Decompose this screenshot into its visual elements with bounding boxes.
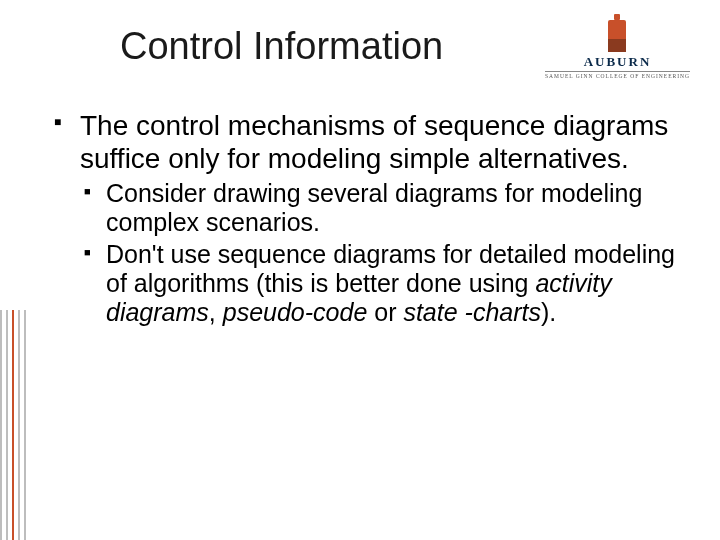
bullet-text: Consider drawing several diagrams for mo… <box>106 179 642 236</box>
slide: Control Information AUBURN SAMUEL GINN C… <box>0 0 720 540</box>
emphasis: state -charts <box>403 298 541 326</box>
list-item: Consider drawing several diagrams for mo… <box>80 179 680 237</box>
bullet-text-part: or <box>367 298 403 326</box>
header: Control Information AUBURN SAMUEL GINN C… <box>50 20 680 79</box>
emphasis: pseudo-code <box>223 298 368 326</box>
slide-title: Control Information <box>120 25 443 68</box>
body: The control mechanisms of sequence diagr… <box>50 109 680 327</box>
bullet-text-part: ). <box>541 298 556 326</box>
bullet-text: The control mechanisms of sequence diagr… <box>80 110 668 174</box>
auburn-logo: AUBURN SAMUEL GINN COLLEGE OF ENGINEERIN… <box>545 20 690 79</box>
tower-icon <box>608 20 626 52</box>
logo-name: AUBURN <box>545 54 690 70</box>
sub-list: Consider drawing several diagrams for mo… <box>80 179 680 327</box>
decorative-stripes <box>0 310 34 540</box>
logo-subline: SAMUEL GINN COLLEGE OF ENGINEERING <box>545 71 690 79</box>
bullet-text-part: , <box>209 298 223 326</box>
bullet-list: The control mechanisms of sequence diagr… <box>50 109 680 327</box>
list-item: The control mechanisms of sequence diagr… <box>50 109 680 327</box>
list-item: Don't use sequence diagrams for detailed… <box>80 240 680 327</box>
